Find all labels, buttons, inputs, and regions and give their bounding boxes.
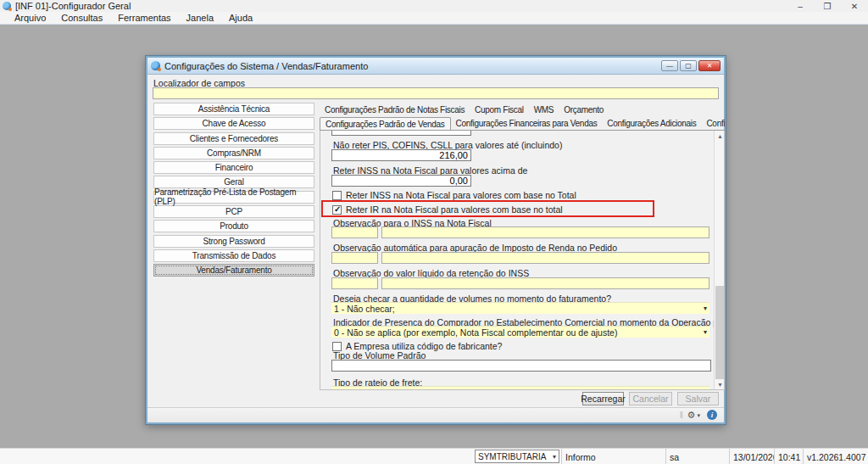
menu-ajuda[interactable]: Ajuda bbox=[221, 13, 260, 23]
vertical-scrollbar[interactable]: ▲ ▼ bbox=[714, 131, 725, 390]
info-icon[interactable]: i bbox=[707, 410, 717, 420]
close-button[interactable]: ✕ bbox=[841, 0, 868, 12]
scrollbar-thumb[interactable] bbox=[715, 286, 725, 383]
dialog-title: Configurações do Sistema / Vendas/Fatura… bbox=[164, 61, 368, 71]
company-combobox-value: SYMTRIBUTARIA bbox=[478, 452, 546, 461]
app-title: [INF 01]-Configurador Geral bbox=[15, 1, 131, 11]
sidebar-item-vendas-faturamento[interactable]: Vendas/Faturamento bbox=[153, 264, 314, 277]
sidebar-item-geral[interactable]: Geral bbox=[153, 176, 314, 188]
statusbar-time: 10:41 bbox=[774, 449, 803, 464]
tipo-volume-input[interactable] bbox=[331, 360, 711, 372]
chevron-down-icon[interactable]: ▾ bbox=[704, 305, 707, 312]
gear-icon[interactable]: ⚙▾ bbox=[687, 410, 700, 421]
tab-row-1: Configurações Padrão de Notas Fiscais Cu… bbox=[320, 103, 725, 117]
statusbar-separator: ‖ bbox=[680, 411, 683, 420]
statusbar-date: 13/01/2026 bbox=[729, 449, 774, 464]
minimize-button[interactable]: – bbox=[787, 0, 814, 12]
tab-config-padrao-notas-fiscais[interactable]: Configurações Padrão de Notas Fiscais bbox=[320, 103, 470, 117]
obs-ir-code-input[interactable] bbox=[331, 252, 378, 264]
tab-config-financeiras-vendas[interactable]: Configurações Financeiras para Vendas bbox=[451, 117, 603, 130]
menu-bar: Arquivo Consultas Ferramentas Janela Aju… bbox=[0, 12, 868, 25]
highlight-red-box bbox=[321, 200, 654, 217]
sidebar-item-chave-de-acesso[interactable]: Chave de Acesso bbox=[153, 117, 314, 130]
sidebar-item-transmissao-dados[interactable]: Transmissão de Dados bbox=[153, 249, 314, 262]
dialog-icon bbox=[151, 61, 160, 70]
sidebar-item-pcp[interactable]: PCP bbox=[153, 205, 314, 218]
checkbox-label-inss: Reter INSS na Nota Fiscal para valores c… bbox=[346, 190, 576, 200]
obs-inss-code-input[interactable] bbox=[331, 226, 378, 238]
sidebar-item-compras-nrm[interactable]: Compras/NRM bbox=[153, 147, 314, 159]
sidebar-item-plp[interactable]: Parametrização Pré-Lista de Postagem (PL… bbox=[153, 191, 314, 204]
config-dialog: Configurações do Sistema / Vendas/Fatura… bbox=[146, 56, 726, 424]
menu-arquivo[interactable]: Arquivo bbox=[7, 13, 53, 23]
pis-input[interactable] bbox=[331, 149, 471, 161]
tab-config-adicionais[interactable]: Configurações Adicionais bbox=[602, 117, 701, 130]
salvar-button: Salvar bbox=[677, 392, 719, 405]
inss-acima-input[interactable] bbox=[331, 175, 471, 187]
category-sidebar: Assistência Técnica Chave de Acesso Clie… bbox=[153, 103, 314, 279]
sidebar-item-strong-password[interactable]: Strong Password bbox=[153, 235, 314, 248]
presenca-combobox-value: 0 - Não se aplica (por exemplo, Nota Fis… bbox=[334, 327, 617, 338]
dialog-maximize-button[interactable]: ▢ bbox=[680, 60, 697, 71]
tab-row-2: Configurações Padrão de Vendas Configura… bbox=[320, 117, 725, 131]
menu-janela[interactable]: Janela bbox=[179, 13, 221, 23]
volumes-combobox-value: 1 - Não checar; bbox=[334, 304, 395, 314]
restore-button[interactable]: ❐ bbox=[814, 0, 841, 12]
obs-inss-text-input[interactable] bbox=[381, 226, 709, 238]
truncated-top-field[interactable] bbox=[331, 131, 471, 136]
tab-orcamento[interactable]: Orçamento bbox=[559, 103, 609, 117]
sidebar-item-produto[interactable]: Produto bbox=[153, 220, 314, 232]
checkbox-box-fabricante[interactable] bbox=[332, 342, 342, 351]
sidebar-item-assistencia-tecnica[interactable]: Assistência Técnica bbox=[153, 103, 314, 115]
tab-config-padrao-vendas[interactable]: Configurações Padrão de Vendas bbox=[320, 117, 451, 130]
dialog-minimize-button[interactable]: — bbox=[661, 60, 678, 71]
statusbar-user: sa bbox=[665, 449, 729, 464]
sidebar-item-financeiro[interactable]: Financeiro bbox=[153, 161, 314, 174]
tab-config-gnre[interactable]: Configurações GNRE bbox=[701, 117, 725, 130]
app-icon bbox=[3, 2, 11, 10]
tab-cupom-fiscal[interactable]: Cupom Fiscal bbox=[470, 103, 529, 117]
statusbar-product: Informo bbox=[561, 449, 665, 464]
statusbar-version: v1.20261.4007 bbox=[803, 449, 868, 464]
obs-ir-text-input[interactable] bbox=[381, 252, 709, 264]
app-titlebar: [INF 01]-Configurador Geral – ❐ ✕ bbox=[0, 0, 868, 12]
obs-liquido-code-input[interactable] bbox=[331, 277, 378, 289]
presenca-combobox[interactable]: 0 - Não se aplica (por exemplo, Nota Fis… bbox=[331, 326, 709, 338]
scroll-down-icon[interactable]: ▼ bbox=[715, 379, 725, 390]
rateio-combobox-value: 2 - Valor bbox=[334, 388, 367, 390]
locator-input[interactable] bbox=[153, 87, 719, 99]
dialog-statusbar: ‖ ⚙▾ i bbox=[147, 407, 724, 422]
checkbox-box-inss[interactable] bbox=[332, 191, 342, 200]
tab-content-area: Não reter PIS, COFINS, CSLL para valores… bbox=[320, 131, 725, 390]
window-controls: – ❐ ✕ bbox=[787, 0, 868, 12]
recarregar-button[interactable]: Recarregar bbox=[582, 392, 624, 405]
sidebar-item-clientes-fornecedores[interactable]: Clientes e Fornecedores bbox=[153, 132, 314, 145]
app-statusbar: SYMTRIBUTARIA ▾ Informo sa 13/01/2026 10… bbox=[0, 448, 868, 464]
obs-liquido-text-input[interactable] bbox=[381, 277, 709, 289]
volumes-combobox[interactable]: 1 - Não checar; ▾ bbox=[331, 302, 709, 314]
dialog-titlebar[interactable]: Configurações do Sistema / Vendas/Fatura… bbox=[147, 58, 724, 75]
company-combobox[interactable]: SYMTRIBUTARIA ▾ bbox=[475, 450, 559, 463]
menu-ferramentas[interactable]: Ferramentas bbox=[110, 13, 178, 23]
menu-consultas[interactable]: Consultas bbox=[53, 13, 110, 23]
rateio-combobox[interactable]: 2 - Valor ▾ bbox=[331, 386, 709, 390]
dialog-close-button[interactable]: ✕ bbox=[698, 60, 721, 71]
scroll-up-icon[interactable]: ▲ bbox=[715, 131, 725, 142]
chevron-down-icon[interactable]: ▾ bbox=[704, 328, 707, 336]
chevron-down-icon[interactable]: ▾ bbox=[704, 389, 707, 390]
checkbox-reter-inss-total[interactable]: Reter INSS na Nota Fiscal para valores c… bbox=[332, 190, 576, 200]
cancelar-button: Cancelar bbox=[629, 392, 672, 405]
chevron-down-icon[interactable]: ▾ bbox=[553, 453, 556, 461]
tab-wms[interactable]: WMS bbox=[529, 103, 559, 117]
